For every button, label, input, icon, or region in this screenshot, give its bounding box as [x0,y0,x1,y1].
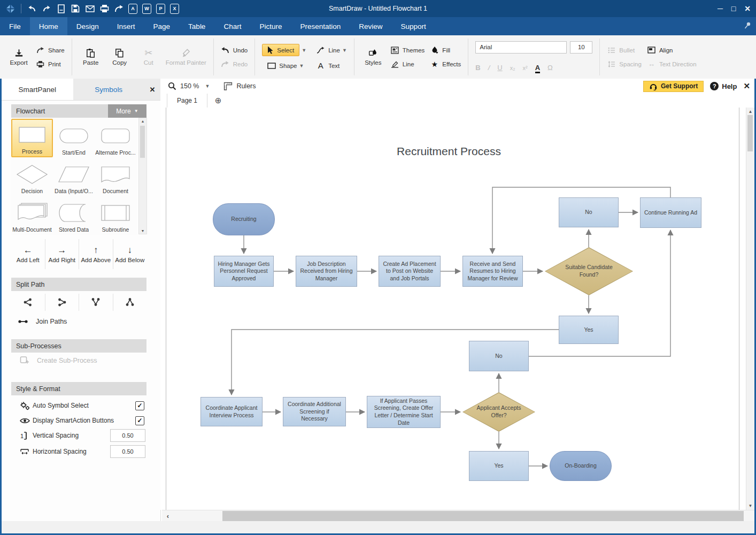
symbol-alternate-process[interactable]: Alternate Proc... [95,119,136,157]
rulers-toggle[interactable]: Rulers [223,82,256,90]
export-icon[interactable] [114,4,124,13]
copy-button[interactable]: Copy [108,48,132,66]
share-button[interactable]: Share [36,45,65,55]
select-tool-button[interactable]: Select [262,44,299,56]
line-style-button[interactable]: Line [390,59,425,68]
bold-button[interactable]: B [475,64,480,72]
superscript-button[interactable]: x² [523,65,528,71]
flowchart-node-no-1[interactable]: No [559,197,619,227]
flowchart-node-yes-2[interactable]: Yes [469,451,529,481]
underline-button[interactable]: U [497,64,502,72]
auto-symbol-checkbox[interactable]: ✓ [135,401,144,410]
format-painter-button[interactable]: Format Painter [166,48,206,66]
bullet-button[interactable]: Bullet [607,45,642,55]
flowchart-node-additional-screening[interactable]: Coordinate Additional Screening if Neces… [283,397,346,426]
menu-item-home[interactable]: Home [30,17,67,35]
menu-item-insert[interactable]: Insert [108,17,144,35]
flowchart-node-continue-ad[interactable]: Continue Running Ad [640,197,701,228]
new-document-icon[interactable] [56,4,66,13]
fill-button[interactable]: Fill [430,45,461,55]
menu-item-table[interactable]: Table [179,17,214,35]
text-direction-button[interactable]: ↔ Text Direction [647,59,697,68]
line-tool-button[interactable]: Line [316,45,340,55]
close-button[interactable]: ✕ [744,4,751,13]
flowchart-node-hiring-request[interactable]: Hiring Manager Gets Personnel Request Ap… [214,256,274,287]
zoom-control[interactable]: 150 % ▼ [168,82,210,90]
align-button[interactable]: Align [647,45,697,55]
insert-symbol-button[interactable]: Ω [547,64,553,72]
tab-smartpanel[interactable]: SmartPanel [2,79,73,100]
split-left-icon[interactable] [45,294,80,311]
email-icon[interactable] [85,4,95,13]
tab-symbols[interactable]: Symbols [73,79,145,100]
symbol-data[interactable]: Data (Input/O... [53,157,95,196]
menu-item-chart[interactable]: Chart [214,17,250,35]
flowchart-node-offer-letter[interactable]: If Applicant Passes Screening, Create Of… [367,396,441,428]
redo-button[interactable]: Redo [221,59,248,68]
print-icon[interactable] [99,4,109,13]
font-name-input[interactable] [475,41,567,54]
text-tool-button[interactable]: A Text [316,61,347,70]
page-tab[interactable]: Page 1 [167,94,207,108]
drawing-canvas[interactable]: Recruitment Process RecruitingHiring Man… [160,108,754,510]
symbol-process[interactable]: Process [11,119,53,157]
split-down-icon[interactable] [79,294,113,311]
excel-export-icon[interactable]: X [170,4,179,14]
scroll-up-icon[interactable]: ▲ [139,119,146,123]
symbol-start-end[interactable]: Start/End [53,119,95,157]
scroll-down-icon[interactable]: ▼ [139,229,146,233]
cut-button[interactable]: ✂ Cut [137,48,160,66]
vertical-scrollbar[interactable]: ▲ ▼ [746,108,754,510]
scroll-up-icon[interactable]: ▲ [746,109,754,114]
menu-item-design[interactable]: Design [67,17,108,35]
add-below-button[interactable]: ↓ Add Below [113,239,147,269]
select-dropdown-arrow[interactable]: ▼ [302,48,306,53]
join-paths-button[interactable]: Join Paths [18,316,67,327]
redo-icon[interactable] [42,4,51,13]
get-support-button[interactable]: Get Support [643,81,704,92]
scroll-left-icon[interactable]: ‹ [162,512,174,520]
symbol-multi-document[interactable]: Multi-Document [11,196,53,234]
flowchart-node-coordinate-interview[interactable]: Coordinate Applicant Interview Process [200,397,263,426]
powerpoint-export-icon[interactable]: P [156,4,165,14]
help-button[interactable]: ? Help [710,82,737,90]
maximize-button[interactable]: □ [731,4,736,13]
menu-item-page[interactable]: Page [144,17,180,35]
themes-button[interactable]: Themes [390,45,425,55]
subscript-button[interactable]: x₂ [510,65,515,71]
flowchart-node-recruiting[interactable]: Recruiting [213,203,275,235]
add-right-button[interactable]: → Add Right [45,239,80,269]
vertical-scrollbar-thumb[interactable] [747,115,753,151]
shape-dropdown-arrow[interactable]: ▼ [299,63,304,68]
spacing-button[interactable]: Spacing [607,59,642,68]
canvas-close-icon[interactable]: ✕ [743,81,750,91]
flowchart-node-receive-resumes[interactable]: Receive and Send Resumes to Hiring Manag… [462,256,523,287]
flowchart-node-create-ad[interactable]: Create Ad Placement to Post on Website a… [379,256,441,287]
panel-close-icon[interactable]: ✕ [144,79,160,100]
menu-item-file[interactable]: File [0,17,30,35]
zoom-dropdown-arrow[interactable]: ▼ [205,83,210,89]
symbol-decision[interactable]: Decision [11,157,53,196]
export-button[interactable]: Export [7,48,30,66]
save-icon[interactable] [71,4,80,13]
menu-item-presentation[interactable]: Presentation [291,17,350,35]
symbol-stored-data[interactable]: Stored Data [53,196,95,234]
symbol-document[interactable]: Document [95,157,136,196]
minimize-button[interactable]: ─ [718,4,723,13]
horizontal-scrollbar[interactable]: ‹ [162,510,754,522]
smartaction-checkbox[interactable]: ✓ [135,416,144,425]
symbol-subroutine[interactable]: Subroutine [95,196,136,234]
flowchart-node-accepts-offer[interactable]: Applicant Accepts Offer? [462,392,535,432]
add-page-button[interactable]: ⊕ [207,94,229,108]
add-left-button[interactable]: ← Add Left [11,239,45,269]
symbol-scrollbar[interactable]: ▲ ▼ [138,118,147,234]
split-right-icon[interactable] [11,294,45,311]
vertical-spacing-input[interactable] [110,429,145,442]
flowchart-node-job-description[interactable]: Job Description Received from Hiring Man… [296,256,357,287]
paste-button[interactable]: Paste [79,48,103,66]
word-export-icon[interactable]: W [142,4,151,14]
effects-button[interactable]: ★ Effects [430,59,461,68]
split-up-icon[interactable] [113,294,147,311]
pdf-export-icon[interactable]: A [128,4,137,14]
menu-item-review[interactable]: Review [350,17,391,35]
